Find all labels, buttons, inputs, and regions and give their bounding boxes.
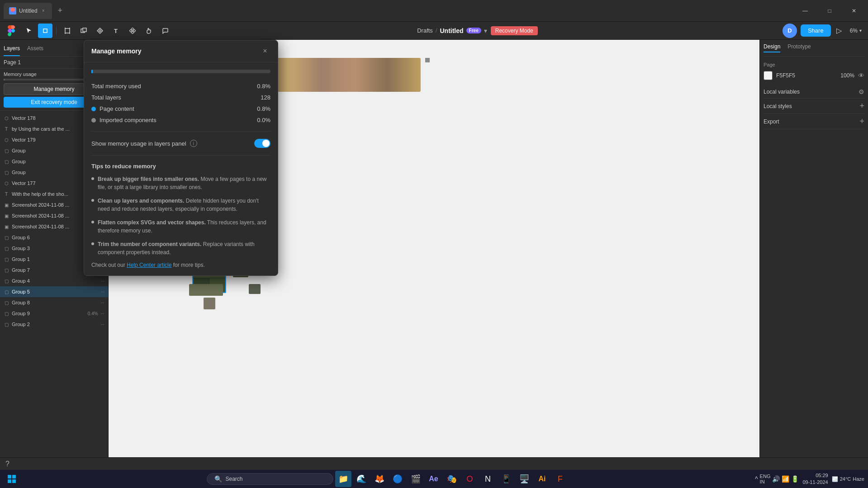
taskbar-ae[interactable]: Ae [426,471,442,487]
breadcrumb-separator: / [436,27,437,34]
tab-prototype[interactable]: Prototype [787,43,811,52]
modal-close-btn[interactable]: × [260,46,270,57]
page-content-dot [91,107,96,111]
tip-2: Clean up layers and components. Delete h… [91,197,270,213]
taskbar-time[interactable]: 05:29 09-11-2024 [802,472,828,486]
layer-name: Group 5 [12,289,98,294]
zoom-control[interactable]: 6% ▾ [847,28,864,34]
tip-4-text: Trim the number of component variants. R… [98,240,270,256]
add-style-icon[interactable]: + [859,101,864,111]
layer-item[interactable]: ▢ Group 9 0.4% ··· [0,308,108,319]
frame-tool-btn[interactable] [60,24,75,38]
bottom-t2 [204,298,215,309]
user-avatar[interactable]: D [783,24,797,38]
volume-icon[interactable]: 🔊 [772,475,780,483]
layer-item[interactable]: ▢ Group 8 ··· [0,297,108,308]
taskbar-firefox[interactable]: 🦊 [371,471,388,487]
visibility-icon[interactable]: 👁 [858,72,864,79]
layer-item[interactable]: ▢ Group 2 ··· [0,319,108,330]
layer-icon: ⬡ [4,180,9,186]
export-row[interactable]: Export + [764,114,864,129]
status-help-icon[interactable]: ? [5,460,9,468]
layer-name: Group 9 [12,311,85,316]
figma-logo-btn[interactable] [4,24,18,38]
minimize-btn[interactable]: — [795,4,816,18]
tip-2-text: Clean up layers and components. Delete h… [98,197,270,213]
layer-icon: ▢ [4,311,9,316]
breadcrumb-drafts[interactable]: Drafts [417,27,433,34]
battery-icon[interactable]: 🔋 [791,475,799,483]
svg-text:T: T [114,28,118,34]
tab-design[interactable]: Design [764,43,780,52]
tab-close-btn[interactable]: × [40,8,47,14]
dropdown-icon[interactable]: ▾ [484,27,487,34]
share-button[interactable]: Share [801,24,831,37]
taskbar-blender[interactable]: 🎬 [408,471,424,487]
layer-item[interactable]: ▢ Group 5 ··· [0,286,108,297]
tool-sep-1 [56,26,57,35]
imported-dot [91,118,96,123]
text-tool-btn[interactable]: T [109,24,123,38]
taskbar-edge[interactable]: 🌊 [353,471,370,487]
ae-icon: Ae [429,475,438,483]
close-btn[interactable]: ✕ [844,4,864,18]
taskbar-chrome[interactable]: 🔵 [389,471,406,487]
move-tool-btn[interactable] [38,24,52,38]
svg-rect-13 [133,29,136,32]
svg-rect-11 [131,31,134,34]
info-icon[interactable]: i [190,140,197,147]
tab-layers[interactable]: Layers [4,43,20,56]
local-variables-row[interactable]: Local variables ⚙ [764,85,864,99]
shape-tool-btn[interactable] [76,24,91,38]
add-export-icon[interactable]: + [859,117,864,126]
design-proto-tabs: Design Prototype [764,43,864,57]
tab-assets[interactable]: Assets [27,43,43,56]
taskbar-app-1[interactable]: 🎭 [444,471,460,487]
layer-name: Group 2 [12,322,98,327]
present-icon[interactable]: ▷ [835,26,844,35]
modal-progress-fill [91,70,93,73]
weather-desc: Haze [853,476,864,482]
breadcrumb: Drafts / Untitled Free ▾ [417,27,487,34]
help-center-link[interactable]: Help Center article [127,262,171,268]
figma-toolbar: T Drafts / Untitled Free ▾ Recovery Mode [0,22,868,40]
toggle-switch[interactable] [254,139,270,148]
pen-tool-btn[interactable] [93,24,107,38]
footer-prefix: Check out our [91,262,127,268]
tip-4-bullet [91,242,94,245]
hand-tool-btn[interactable] [142,24,156,38]
layer-icon: ▢ [4,256,9,262]
taskbar-app-3[interactable]: 🖥️ [516,471,532,487]
taskbar-search[interactable]: 🔍 Search [207,473,333,485]
tip-2-bullet [91,199,94,202]
total-memory-row: Total memory used 0.8% [91,81,270,92]
comment-tool-btn[interactable] [158,24,172,38]
total-layers-value: 128 [261,94,270,101]
layer-icon: ▢ [4,278,9,284]
chevron-up-icon[interactable]: ^ [755,475,758,483]
windows-start-btn[interactable] [4,471,20,487]
taskbar-app-2[interactable]: 📱 [498,471,514,487]
tab-title: Untitled [19,8,38,14]
layer-item[interactable]: ▢ Group 4 ··· [0,275,108,286]
new-tab-btn[interactable]: + [54,5,66,17]
taskbar-illustrator[interactable]: Ai [534,471,550,487]
maximize-btn[interactable]: □ [819,4,840,18]
component-tool-btn[interactable] [125,24,140,38]
taskbar-notion[interactable]: N [480,471,496,487]
color-value[interactable]: F5F5F5 [776,72,833,79]
taskbar-file-explorer[interactable]: 📁 [335,471,351,487]
color-swatch[interactable] [764,71,773,80]
tip-1-text: Break up bigger files into smaller ones.… [98,175,270,191]
svg-rect-0 [43,29,47,33]
select-tool-btn[interactable] [22,24,36,38]
local-styles-row[interactable]: Local styles + [764,99,864,114]
browser-tab[interactable]: Untitled × [4,3,52,19]
color-opacity[interactable]: 100% [836,72,854,79]
svg-rect-1 [65,28,70,33]
network-icon[interactable]: 📶 [782,475,789,483]
browser-tabs: Untitled × + [4,3,94,19]
file-name[interactable]: Untitled [440,27,463,34]
taskbar-app-4[interactable]: F [552,471,569,487]
taskbar-opera[interactable]: O [462,471,478,487]
